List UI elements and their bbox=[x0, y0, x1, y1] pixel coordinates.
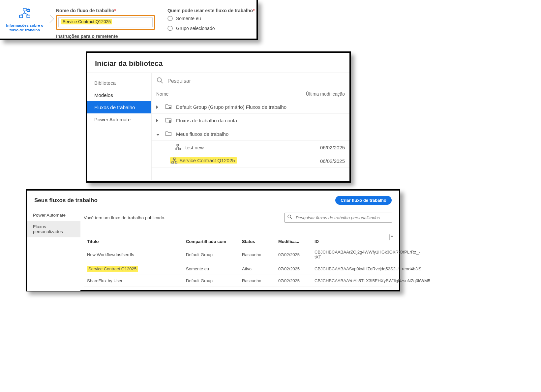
item-name: Meus fluxos de trabalho bbox=[176, 131, 345, 137]
col-status[interactable]: Status bbox=[242, 239, 272, 244]
cell-shared: Default Group bbox=[186, 278, 235, 283]
svg-rect-9 bbox=[177, 144, 179, 146]
item-name: Service Contract Q12025 bbox=[170, 157, 320, 165]
table-row[interactable]: ShareFlux by UserDefault GroupRascunho07… bbox=[84, 275, 392, 287]
item-date: 06/02/2025 bbox=[320, 145, 345, 150]
workflow-icon bbox=[174, 143, 181, 152]
workflows-nav-fluxos-personalizados[interactable]: Fluxos personalizados bbox=[27, 221, 80, 237]
radio-selected-group[interactable]: Grupo selecionado bbox=[167, 26, 255, 31]
workflow-info-step[interactable]: Informações sobre o fluxo de trabalho bbox=[0, 0, 49, 39]
cell-shared: Somente eu bbox=[186, 266, 235, 271]
workflows-table-header: TítuloCompartilhado comStatusModifica...… bbox=[84, 237, 392, 246]
radio-selected-group-label: Grupo selecionado bbox=[176, 26, 215, 31]
library-nav-power-automate[interactable]: Power Automate bbox=[87, 113, 151, 126]
workflow-name-label: Nome do fluxo de trabalho* bbox=[56, 8, 155, 13]
cell-shared: Default Group bbox=[186, 252, 235, 257]
workflows-sidebar: Power AutomateFluxos personalizados bbox=[27, 209, 80, 291]
radio-only-me[interactable]: Somente eu bbox=[167, 16, 255, 21]
cell-status: Ativo bbox=[242, 266, 272, 271]
svg-rect-1 bbox=[19, 15, 22, 18]
who-can-use-label: Quem pode usar este fluxo de trabalho* bbox=[167, 8, 255, 13]
caret-right-icon bbox=[156, 106, 158, 109]
scrollbar-indicator[interactable] bbox=[389, 234, 394, 240]
workflows-search[interactable] bbox=[284, 213, 392, 223]
svg-point-4 bbox=[168, 16, 172, 21]
svg-point-5 bbox=[168, 26, 172, 31]
workflow-info-panel: Informações sobre o fluxo de trabalho No… bbox=[0, 0, 258, 40]
cell-modified: 07/02/2025 bbox=[278, 278, 308, 283]
table-row[interactable]: New WorkflowdasfserdfsDefault GroupRascu… bbox=[84, 246, 392, 263]
col-t-tulo[interactable]: Título bbox=[87, 239, 179, 244]
item-date: 06/02/2025 bbox=[320, 158, 345, 164]
workflow-item[interactable]: Service Contract Q1202506/02/2025 bbox=[152, 154, 349, 168]
workflows-search-input[interactable] bbox=[295, 215, 389, 221]
cell-id: CBJCHBCAABAASyp9kvIHZoRvcjdq52S2Ui_reod4… bbox=[315, 266, 421, 271]
col-id[interactable]: ID bbox=[315, 239, 389, 244]
workflows-nav-power-automate[interactable]: Power Automate bbox=[27, 209, 80, 221]
folder-item[interactable]: Fluxos de trabalho da conta bbox=[152, 114, 349, 127]
svg-rect-0 bbox=[23, 8, 26, 11]
col-modifica-[interactable]: Modifica... bbox=[278, 239, 308, 244]
col-compartilhado-com[interactable]: Compartilhado com bbox=[186, 239, 235, 244]
item-name: Fluxos de trabalho da conta bbox=[176, 118, 345, 123]
workflow-item[interactable]: test new06/02/2025 bbox=[152, 141, 349, 154]
cell-title: Service Contract Q12025 bbox=[87, 266, 179, 271]
library-nav-modelos[interactable]: Modelos bbox=[87, 89, 151, 101]
search-icon bbox=[156, 77, 164, 85]
library-nav-fluxos-de-trabalho[interactable]: Fluxos de trabalho bbox=[87, 101, 151, 113]
library-sidebar-header: Biblioteca bbox=[87, 78, 151, 89]
your-workflows-panel: Seus fluxos de trabalho Criar fluxo de t… bbox=[26, 189, 400, 291]
cell-status: Rascunho bbox=[242, 278, 272, 283]
folder-item[interactable]: Meus fluxos de trabalho bbox=[152, 127, 349, 141]
your-workflows-title: Seus fluxos de trabalho bbox=[34, 197, 98, 204]
workflow-name-highlight-frame: Service Contract Q12025 bbox=[56, 15, 155, 30]
caret-right-icon bbox=[156, 119, 158, 122]
cell-title: New Workflowdasfserdfs bbox=[87, 252, 179, 257]
radio-only-me-label: Somente eu bbox=[176, 16, 201, 21]
col-name: Nome bbox=[156, 91, 168, 97]
svg-rect-11 bbox=[179, 148, 181, 150]
svg-rect-15 bbox=[173, 158, 175, 159]
col-modified: Última modificação bbox=[306, 91, 345, 97]
table-row[interactable]: Service Contract Q12025Somente euAtivo07… bbox=[84, 263, 392, 275]
library-search[interactable] bbox=[152, 73, 349, 89]
cell-modified: 07/02/2025 bbox=[278, 252, 308, 257]
search-icon bbox=[287, 214, 292, 221]
item-name: Default Group (Grupo primário) Fluxos de… bbox=[176, 104, 345, 110]
svg-point-18 bbox=[288, 215, 291, 218]
library-tree: Default Group (Grupo primário) Fluxos de… bbox=[152, 100, 349, 180]
workflow-name-input[interactable]: Service Contract Q12025 bbox=[58, 17, 153, 27]
cell-status: Rascunho bbox=[242, 252, 272, 257]
folder-account-icon bbox=[165, 116, 172, 125]
workflow-step-label: Informações sobre o fluxo de trabalho bbox=[0, 23, 49, 33]
folder-org-icon bbox=[165, 103, 172, 111]
svg-rect-16 bbox=[172, 162, 174, 163]
create-workflow-button[interactable]: Criar fluxo de trabalho bbox=[335, 196, 392, 205]
svg-point-6 bbox=[157, 78, 162, 82]
cell-id: CBJCHBCAABAArZOj2g4WWfy1HGk3OKRtOfPLrRz_… bbox=[315, 250, 420, 259]
cell-modified: 07/02/2025 bbox=[278, 266, 308, 271]
sender-instructions-label: Instruções para o remetente bbox=[56, 34, 155, 39]
svg-rect-2 bbox=[27, 15, 30, 18]
svg-rect-10 bbox=[175, 148, 177, 150]
library-dialog: Iniciar da biblioteca Biblioteca Modelos… bbox=[86, 51, 351, 183]
folder-item[interactable]: Default Group (Grupo primário) Fluxos de… bbox=[152, 100, 349, 114]
svg-rect-17 bbox=[175, 162, 177, 163]
workflows-table-body: New WorkflowdasfserdfsDefault GroupRascu… bbox=[84, 246, 392, 287]
published-info-text: Você tem um fluxo de trabalho publicado. bbox=[84, 215, 165, 220]
step-arrow-icon bbox=[49, 15, 54, 24]
cell-id: CBJCHBCAABAAYoYs5TLX3I5EHXyBWJigBzsuNZq0… bbox=[315, 278, 430, 283]
item-name: test new bbox=[185, 145, 320, 150]
library-search-input[interactable] bbox=[167, 78, 345, 84]
library-dialog-title: Iniciar da biblioteca bbox=[87, 53, 349, 73]
caret-down-icon bbox=[156, 134, 160, 136]
library-sidebar: Biblioteca ModelosFluxos de trabalhoPowe… bbox=[87, 73, 151, 180]
workflow-step-icon bbox=[0, 7, 49, 21]
folder-icon bbox=[165, 130, 172, 138]
cell-title: ShareFlux by User bbox=[87, 278, 179, 283]
